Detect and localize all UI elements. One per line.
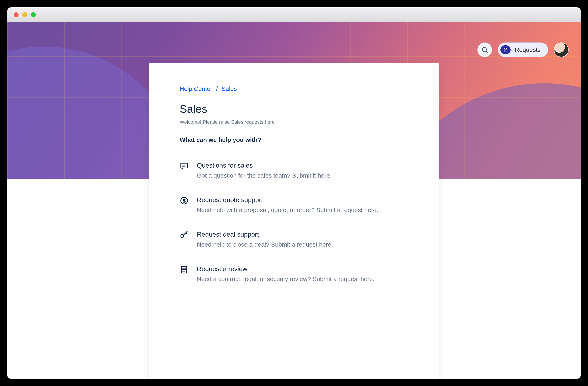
- requests-count-badge: 2: [500, 45, 511, 54]
- breadcrumb-root-link[interactable]: Help Center: [180, 85, 212, 92]
- breadcrumb-current-link[interactable]: Sales: [222, 85, 237, 92]
- window-titlebar: [7, 7, 581, 22]
- request-type-item[interactable]: Request a review Need a contract, legal,…: [180, 265, 408, 283]
- breadcrumb-separator: /: [216, 85, 218, 92]
- document-icon: [180, 265, 189, 274]
- request-type-texts: Request deal support Need help to close …: [197, 231, 333, 248]
- request-type-title: Request quote support: [197, 196, 378, 204]
- request-type-title: Request deal support: [197, 231, 333, 238]
- request-type-item[interactable]: Request quote support Need help with a p…: [180, 196, 408, 214]
- profile-avatar[interactable]: [554, 42, 568, 57]
- request-type-desc: Need help to close a deal? Submit a requ…: [197, 241, 333, 248]
- key-icon: [180, 231, 189, 240]
- request-type-title: Questions for sales: [197, 162, 332, 169]
- window-minimize-button[interactable]: [22, 12, 27, 17]
- svg-rect-2: [181, 163, 188, 168]
- request-type-item[interactable]: Questions for sales Got a question for t…: [180, 162, 408, 179]
- portal-card: Help Center / Sales Sales Welcome! Pleas…: [149, 63, 439, 379]
- request-type-desc: Need help with a proposal, quote, or ord…: [197, 206, 378, 214]
- svg-line-1: [486, 51, 487, 52]
- chat-icon: [180, 162, 189, 171]
- search-icon: [481, 46, 488, 53]
- request-type-texts: Request a review Need a contract, legal,…: [197, 265, 375, 283]
- page-welcome-text: Welcome! Please raise Sales requests her…: [180, 119, 408, 125]
- portal-header-actions: 2 Requests: [477, 42, 568, 57]
- content-area: 2 Requests Help Center / Sales Sales Wel…: [7, 22, 581, 379]
- request-type-texts: Request quote support Need help with a p…: [197, 196, 378, 214]
- request-type-texts: Questions for sales Got a question for t…: [197, 162, 332, 179]
- window-zoom-button[interactable]: [31, 12, 36, 17]
- request-type-list: Questions for sales Got a question for t…: [180, 162, 408, 283]
- breadcrumb: Help Center / Sales: [180, 85, 408, 92]
- request-type-item[interactable]: Request deal support Need help to close …: [180, 231, 408, 248]
- page-title: Sales: [180, 102, 408, 115]
- requests-label: Requests: [515, 46, 541, 53]
- requests-button[interactable]: 2 Requests: [498, 42, 548, 57]
- dollar-icon: [180, 196, 189, 205]
- page-help-prompt: What can we help you with?: [180, 136, 408, 143]
- request-type-desc: Got a question for the sales team? Submi…: [197, 172, 332, 179]
- window-close-button[interactable]: [14, 12, 19, 17]
- search-button[interactable]: [477, 42, 492, 57]
- request-type-title: Request a review: [197, 265, 375, 273]
- app-window: 2 Requests Help Center / Sales Sales Wel…: [7, 7, 581, 379]
- request-type-desc: Need a contract, legal, or security revi…: [197, 276, 375, 283]
